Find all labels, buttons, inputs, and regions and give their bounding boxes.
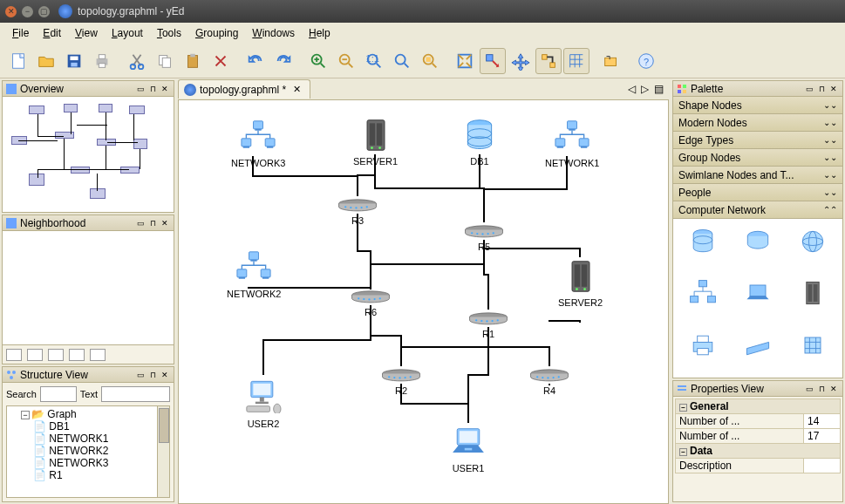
window-minimize-button[interactable]: −: [22, 6, 33, 17]
toolbar-print[interactable]: [89, 48, 115, 74]
toolbar-new[interactable]: [5, 48, 31, 74]
nb-thumb[interactable]: [48, 349, 64, 361]
toolbar-cut[interactable]: [124, 48, 150, 74]
toolbar-zoom-in[interactable]: [305, 48, 331, 74]
node-r5[interactable]: R5: [458, 222, 510, 252]
palette-section-people[interactable]: People⌄⌄: [673, 184, 842, 201]
toolbar-zoom-out[interactable]: [333, 48, 359, 74]
structure-tree[interactable]: −📂 Graph 📄 DB1 📄 NETWORK1 📄 NETWORK2 📄 N…: [6, 405, 170, 498]
palette-item-disk[interactable]: [733, 224, 781, 259]
tab-nav-next[interactable]: ▷: [641, 83, 649, 95]
toolbar-zoom-selection[interactable]: [417, 48, 443, 74]
tree-item[interactable]: 📄 R1: [21, 469, 167, 481]
palette-section-shape-nodes[interactable]: Shape Nodes⌄⌄: [673, 97, 842, 114]
neighborhood-canvas[interactable]: [3, 231, 174, 344]
palette-section-modern-nodes[interactable]: Modern Nodes⌄⌄: [673, 114, 842, 132]
panel-dock-button[interactable]: ▭: [804, 384, 814, 394]
toolbar-save[interactable]: [61, 48, 87, 74]
tree-collapse-icon[interactable]: −: [21, 411, 30, 419]
panel-close-button[interactable]: ✕: [160, 370, 170, 380]
palette-item-server[interactable]: [789, 276, 837, 310]
toolbar-zoom-fit[interactable]: [389, 48, 415, 74]
palette-item-firewall[interactable]: [789, 328, 837, 363]
palette-item-database[interactable]: [678, 224, 726, 259]
document-tab[interactable]: topology.graphml * ✕: [178, 79, 310, 99]
menu-help[interactable]: Help: [303, 25, 336, 41]
toolbar-open[interactable]: [33, 48, 59, 74]
tree-item[interactable]: 📄 DB1: [21, 420, 167, 432]
text-input[interactable]: [101, 386, 170, 402]
panel-pin-button[interactable]: ⊓: [816, 84, 827, 94]
menu-view[interactable]: View: [70, 25, 103, 41]
nb-thumb[interactable]: [69, 349, 85, 361]
prop-value[interactable]: [804, 459, 841, 473]
panel-pin-button[interactable]: ⊓: [147, 370, 158, 380]
section-collapse-icon[interactable]: −: [679, 404, 687, 412]
palette-item-globe[interactable]: [789, 224, 837, 259]
panel-dock-button[interactable]: ▭: [135, 218, 146, 228]
nb-thumb[interactable]: [27, 349, 43, 361]
tree-scrollbar[interactable]: [157, 406, 169, 497]
node-r1[interactable]: R1: [462, 310, 514, 339]
toolbar-label[interactable]: [598, 48, 624, 74]
node-server1[interactable]: SERVER1: [353, 116, 398, 167]
menu-tools[interactable]: Tools: [152, 25, 187, 41]
palette-item-scanner[interactable]: [733, 328, 781, 363]
node-server2[interactable]: SERVER2: [558, 257, 603, 308]
panel-close-button[interactable]: ✕: [160, 84, 170, 94]
node-network1[interactable]: NETWORK1: [545, 118, 599, 168]
palette-item-network[interactable]: [678, 276, 726, 310]
panel-dock-button[interactable]: ▭: [135, 370, 146, 380]
palette-section-swimlane[interactable]: Swimlane Nodes and T...⌄⌄: [673, 167, 842, 184]
panel-close-button[interactable]: ✕: [828, 84, 839, 94]
panel-close-button[interactable]: ✕: [160, 218, 170, 228]
node-r6[interactable]: R6: [344, 288, 397, 317]
toolbar-delete[interactable]: [208, 48, 234, 74]
tab-close-button[interactable]: ✕: [293, 84, 301, 95]
panel-dock-button[interactable]: ▭: [135, 84, 146, 94]
palette-section-group-nodes[interactable]: Group Nodes⌄⌄: [673, 149, 842, 167]
panel-pin-button[interactable]: ⊓: [147, 84, 158, 94]
menu-windows[interactable]: Windows: [247, 25, 300, 41]
panel-close-button[interactable]: ✕: [828, 384, 839, 394]
toolbar-fit-content[interactable]: [452, 48, 478, 74]
tab-nav-prev[interactable]: ◁: [628, 83, 636, 95]
palette-item-printer[interactable]: [678, 328, 726, 363]
toolbar-redo[interactable]: [270, 48, 296, 74]
section-collapse-icon[interactable]: −: [679, 448, 687, 456]
palette-section-computer-network[interactable]: Computer Network⌃⌃: [673, 201, 842, 219]
node-user1[interactable]: USER1: [445, 423, 492, 473]
menu-layout[interactable]: Layout: [106, 25, 148, 41]
tree-item[interactable]: 📄 NETWORK3: [21, 457, 167, 469]
node-network2[interactable]: NETWORK2: [227, 249, 281, 299]
graph-canvas[interactable]: NETWORK3SERVER1DB1NETWORK1R3R5NETWORK2R6…: [178, 99, 669, 504]
toolbar-snap-grid[interactable]: [563, 48, 589, 74]
menu-grouping[interactable]: Grouping: [190, 25, 243, 41]
toolbar-paste[interactable]: [180, 48, 206, 74]
overview-canvas[interactable]: [3, 97, 174, 212]
toolbar-copy[interactable]: [152, 48, 178, 74]
window-close-button[interactable]: ✕: [5, 6, 17, 17]
panel-dock-button[interactable]: ▭: [804, 84, 814, 94]
window-maximize-button[interactable]: ▢: [38, 6, 50, 17]
toolbar-zoom-reset[interactable]: 1:1: [361, 48, 387, 74]
panel-pin-button[interactable]: ⊓: [816, 384, 827, 394]
node-user2[interactable]: USER2: [240, 375, 287, 429]
nb-thumb[interactable]: [6, 349, 22, 361]
toolbar-help[interactable]: ?: [633, 48, 659, 74]
nb-thumb[interactable]: [90, 349, 106, 361]
panel-pin-button[interactable]: ⊓: [147, 218, 158, 228]
tree-item[interactable]: 📄 NETWORK2: [21, 445, 167, 457]
palette-section-edge-types[interactable]: Edge Types⌄⌄: [673, 132, 842, 149]
toolbar-undo[interactable]: [242, 48, 269, 74]
palette-item-laptop[interactable]: [733, 276, 781, 310]
toolbar-navigation-mode[interactable]: [508, 48, 534, 74]
node-r4[interactable]: R4: [523, 366, 576, 396]
tree-item[interactable]: 📄 NETWORK1: [21, 432, 167, 445]
menu-edit[interactable]: Edit: [37, 25, 66, 41]
search-input[interactable]: [40, 386, 77, 402]
toolbar-edit-mode[interactable]: [480, 48, 506, 74]
node-network3[interactable]: NETWORK3: [231, 118, 285, 168]
menu-file[interactable]: File: [7, 25, 34, 41]
node-r3[interactable]: R3: [331, 196, 384, 226]
